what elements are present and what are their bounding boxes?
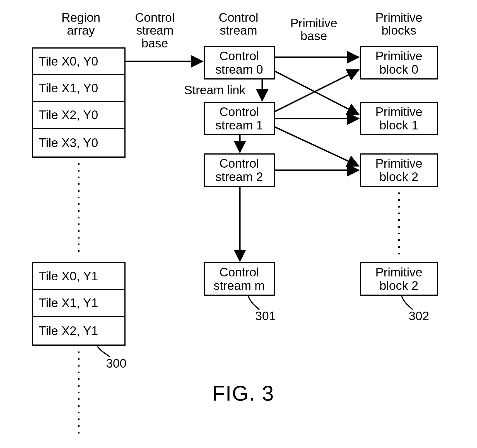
pb-label: Primitive block 2 — [363, 266, 435, 293]
tile-x0-y1: Tile X0, Y1 — [32, 262, 126, 290]
tile-label: Tile X1, Y0 — [39, 81, 98, 95]
pb-label: Primitive block 0 — [363, 49, 435, 76]
tile-label: Tile X0, Y1 — [39, 269, 98, 283]
header-region-array: Region array — [45, 11, 117, 37]
tile-x3-y0: Tile X3, Y0 — [32, 128, 126, 158]
header-primitive-base: Primitive base — [280, 17, 347, 42]
stream-link-label: Stream link — [184, 84, 257, 97]
primitive-block-last: Primitive block 2 — [360, 262, 438, 296]
cs-label: Control stream 1 — [207, 105, 271, 132]
svg-line-6 — [275, 70, 359, 112]
control-stream-0: Control stream 0 — [204, 46, 275, 80]
tile-x2-y1: Tile X2, Y1 — [32, 316, 126, 346]
figure-label: FIG. 3 — [212, 382, 274, 404]
tile-label: Tile X0, Y0 — [39, 54, 98, 68]
cs-label: Control stream m — [207, 266, 271, 293]
tile-label: Tile X1, Y1 — [39, 296, 98, 310]
header-control-stream-base: Control stream base — [126, 11, 184, 50]
control-stream-2: Control stream 2 — [204, 153, 275, 187]
control-stream-1: Control stream 1 — [204, 102, 275, 135]
svg-line-8 — [275, 127, 359, 166]
primitive-block-1: Primitive block 1 — [360, 102, 438, 135]
cs-label: Control stream 0 — [207, 49, 271, 76]
tile-label: Tile X2, Y1 — [39, 324, 98, 338]
pb-label: Primitive block 2 — [363, 157, 435, 184]
tile-x1-y1: Tile X1, Y1 — [32, 289, 126, 317]
ref-300: 300 — [106, 357, 126, 370]
primitive-block-2: Primitive block 2 — [360, 153, 438, 187]
tile-label: Tile X2, Y0 — [39, 108, 98, 122]
header-control-stream: Control stream — [204, 11, 273, 37]
tile-x0-y0: Tile X0, Y0 — [32, 47, 126, 75]
tile-x2-y0: Tile X2, Y0 — [32, 101, 126, 129]
tile-x1-y0: Tile X1, Y0 — [32, 74, 126, 102]
ref-302: 302 — [409, 310, 429, 322]
pb-label: Primitive block 1 — [363, 105, 435, 132]
ref-301: 301 — [255, 310, 276, 322]
primitive-block-0: Primitive block 0 — [360, 46, 438, 80]
cs-label: Control stream 2 — [207, 157, 271, 184]
tile-label: Tile X3, Y0 — [39, 136, 98, 150]
svg-line-5 — [275, 71, 359, 114]
control-stream-m: Control stream m — [204, 262, 275, 296]
header-primitive-blocks: Primitive blocks — [363, 11, 435, 37]
